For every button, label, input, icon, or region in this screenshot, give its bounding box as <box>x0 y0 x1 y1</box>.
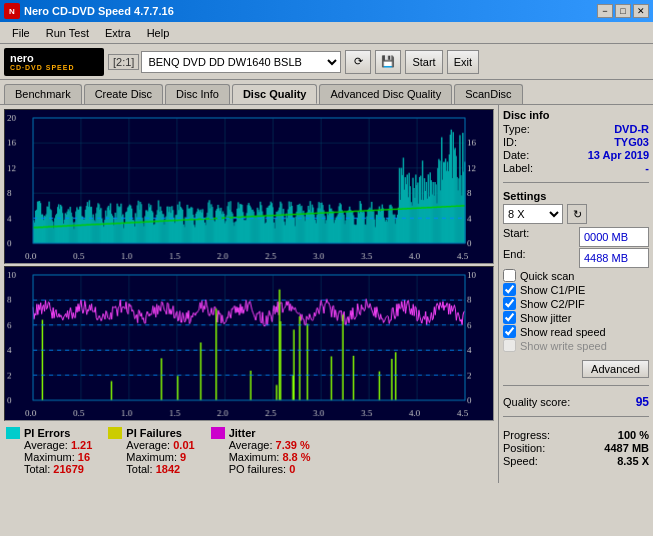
legend-pi-failures: PI Failures Average: 0.01 Maximum: 9 Tot… <box>108 427 194 475</box>
progress-row: Progress: 100 % <box>503 429 649 441</box>
disc-date-label: Date: <box>503 149 529 161</box>
drive-dropdown[interactable]: BENQ DVD DD DW1640 BSLB <box>141 51 341 73</box>
disc-label-value: - <box>645 162 649 174</box>
position-row: Position: 4487 MB <box>503 442 649 454</box>
pi-errors-label: PI Errors <box>24 427 70 439</box>
toolbar: nero CD·DVD SPEED [2:1] BENQ DVD DD DW16… <box>0 44 653 80</box>
show-read-speed-label: Show read speed <box>520 326 606 338</box>
app-icon: N <box>4 3 20 19</box>
settings-refresh-btn[interactable]: ↻ <box>567 204 587 224</box>
pi-errors-values: Average: 1.21 Maximum: 16 Total: 21679 <box>6 439 92 475</box>
checkbox-quick-scan: Quick scan <box>503 269 649 282</box>
legend-jitter-header: Jitter <box>211 427 311 439</box>
disc-type-value: DVD-R <box>614 123 649 135</box>
menu-extra[interactable]: Extra <box>97 25 139 41</box>
show-write-speed-label: Show write speed <box>520 340 607 352</box>
position-label: Position: <box>503 442 545 454</box>
show-write-speed-checkbox[interactable] <box>503 339 516 352</box>
settings-section: Settings 8 X ↻ Start: End: Qui <box>503 190 649 378</box>
jitter-values: Average: 7.39 % Maximum: 8.8 % PO failur… <box>211 439 311 475</box>
jitter-max-label: Maximum: <box>229 451 280 463</box>
close-button[interactable]: ✕ <box>633 4 649 18</box>
disc-info-section: Disc info Type: DVD-R ID: TYG03 Date: 13… <box>503 109 649 175</box>
end-row: End: <box>503 248 649 268</box>
title-bar: N Nero CD-DVD Speed 4.7.7.16 − □ ✕ <box>0 0 653 22</box>
start-row: Start: <box>503 227 649 247</box>
window-controls: − □ ✕ <box>597 4 649 18</box>
disc-id-row: ID: TYG03 <box>503 136 649 148</box>
pi-failures-total-value: 1842 <box>156 463 180 475</box>
quality-score-label: Quality score: <box>503 396 570 408</box>
disc-label-row: Label: - <box>503 162 649 174</box>
show-c1pie-checkbox[interactable] <box>503 283 516 296</box>
tab-disc-quality[interactable]: Disc Quality <box>232 84 318 104</box>
disc-date-value: 13 Apr 2019 <box>588 149 649 161</box>
start-button[interactable]: Start <box>405 50 442 74</box>
jitter-avg-value: 7.39 % <box>276 439 310 451</box>
jitter-color <box>211 427 225 439</box>
nero-logo-text: nero <box>10 52 34 64</box>
pi-failures-values: Average: 0.01 Maximum: 9 Total: 1842 <box>108 439 194 475</box>
legend-pi-failures-header: PI Failures <box>108 427 194 439</box>
jitter-label: Jitter <box>229 427 256 439</box>
checkbox-read-speed: Show read speed <box>503 325 649 338</box>
pi-errors-avg-value: 1.21 <box>71 439 92 451</box>
disc-date-row: Date: 13 Apr 2019 <box>503 149 649 161</box>
jitter-po-value: 0 <box>289 463 295 475</box>
speed-value: 8.35 X <box>617 455 649 467</box>
speed-select[interactable]: 8 X <box>503 204 563 224</box>
refresh-icon-btn[interactable]: ⟳ <box>345 50 371 74</box>
tab-benchmark[interactable]: Benchmark <box>4 84 82 104</box>
checkbox-jitter: Show jitter <box>503 311 649 324</box>
quality-score-row: Quality score: 95 <box>503 395 649 409</box>
menu-run-test[interactable]: Run Test <box>38 25 97 41</box>
tabs-bar: Benchmark Create Disc Disc Info Disc Qua… <box>0 80 653 104</box>
checkbox-c2pif: Show C2/PIF <box>503 297 649 310</box>
jitter-avg-label: Average: <box>229 439 273 451</box>
drive-label: [2:1] <box>108 54 139 70</box>
show-c1pie-label: Show C1/PIE <box>520 284 585 296</box>
quick-scan-checkbox[interactable] <box>503 269 516 282</box>
title-bar-title-group: N Nero CD-DVD Speed 4.7.7.16 <box>4 3 174 19</box>
divider-1 <box>503 182 649 183</box>
pi-failures-avg-label: Average: <box>126 439 170 451</box>
tab-content: PI Errors Average: 1.21 Maximum: 16 Tota… <box>0 104 653 483</box>
tab-advanced-disc-quality[interactable]: Advanced Disc Quality <box>319 84 452 104</box>
tab-create-disc[interactable]: Create Disc <box>84 84 163 104</box>
legend-jitter: Jitter Average: 7.39 % Maximum: 8.8 % PO… <box>211 427 311 475</box>
tab-disc-info[interactable]: Disc Info <box>165 84 230 104</box>
save-icon-btn[interactable]: 💾 <box>375 50 401 74</box>
show-jitter-checkbox[interactable] <box>503 311 516 324</box>
minimize-button[interactable]: − <box>597 4 613 18</box>
disc-id-value: TYG03 <box>614 136 649 148</box>
pi-errors-color <box>6 427 20 439</box>
pi-failures-max-label: Maximum: <box>126 451 177 463</box>
divider-2 <box>503 385 649 386</box>
pi-failures-total-label: Total: <box>126 463 152 475</box>
pi-errors-total-value: 21679 <box>53 463 84 475</box>
pi-errors-avg-label: Average: <box>24 439 68 451</box>
show-c2pif-checkbox[interactable] <box>503 297 516 310</box>
legend-pi-errors: PI Errors Average: 1.21 Maximum: 16 Tota… <box>6 427 92 475</box>
menu-file[interactable]: File <box>4 25 38 41</box>
jitter-po-label: PO failures: <box>229 463 286 475</box>
advanced-button[interactable]: Advanced <box>582 360 649 378</box>
show-jitter-label: Show jitter <box>520 312 571 324</box>
speed-label: Speed: <box>503 455 538 467</box>
checkbox-c1pie: Show C1/PIE <box>503 283 649 296</box>
menu-help[interactable]: Help <box>139 25 178 41</box>
start-label: Start: <box>503 227 529 247</box>
end-input[interactable] <box>579 248 649 268</box>
progress-value: 100 % <box>618 429 649 441</box>
exit-button[interactable]: Exit <box>447 50 479 74</box>
end-label: End: <box>503 248 526 268</box>
nero-logo-subtitle: CD·DVD SPEED <box>10 64 75 71</box>
start-input[interactable] <box>579 227 649 247</box>
show-read-speed-checkbox[interactable] <box>503 325 516 338</box>
disc-label-label: Label: <box>503 162 533 174</box>
pi-failures-color <box>108 427 122 439</box>
app-title: Nero CD-DVD Speed 4.7.7.16 <box>24 5 174 17</box>
maximize-button[interactable]: □ <box>615 4 631 18</box>
legend-pi-errors-header: PI Errors <box>6 427 92 439</box>
tab-scandisc[interactable]: ScanDisc <box>454 84 522 104</box>
